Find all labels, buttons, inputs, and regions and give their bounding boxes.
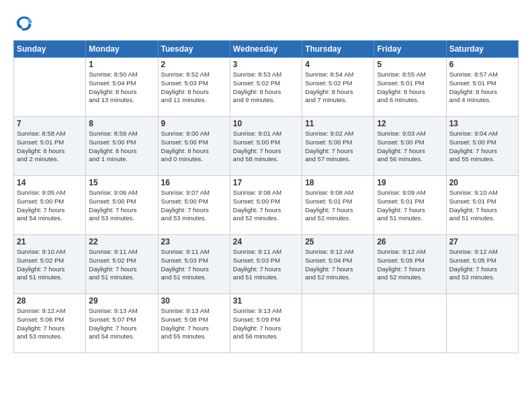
calendar-cell: 23Sunrise: 9:11 AM Sunset: 5:03 PM Dayli… xyxy=(158,235,230,294)
weekday-header-friday: Friday xyxy=(374,41,446,58)
calendar-cell: 22Sunrise: 9:11 AM Sunset: 5:02 PM Dayli… xyxy=(86,235,158,294)
header xyxy=(13,12,519,34)
day-number: 14 xyxy=(17,178,83,187)
weekday-header-row: SundayMondayTuesdayWednesdayThursdayFrid… xyxy=(14,41,519,58)
day-info: Sunrise: 9:11 AM Sunset: 5:03 PM Dayligh… xyxy=(161,248,227,282)
day-info: Sunrise: 9:13 AM Sunset: 5:07 PM Dayligh… xyxy=(89,307,154,341)
day-number: 16 xyxy=(161,178,227,187)
calendar-cell: 17Sunrise: 9:08 AM Sunset: 5:00 PM Dayli… xyxy=(230,176,302,235)
day-number: 10 xyxy=(233,119,299,128)
calendar-cell: 21Sunrise: 9:10 AM Sunset: 5:02 PM Dayli… xyxy=(14,235,86,294)
day-number: 28 xyxy=(17,296,83,306)
calendar-cell: 4Sunrise: 8:54 AM Sunset: 5:02 PM Daylig… xyxy=(302,58,374,117)
calendar-cell: 1Sunrise: 8:50 AM Sunset: 5:04 PM Daylig… xyxy=(86,58,158,117)
logo xyxy=(13,12,38,34)
day-info: Sunrise: 9:12 AM Sunset: 5:05 PM Dayligh… xyxy=(449,248,515,282)
day-number: 3 xyxy=(233,60,299,69)
calendar-cell: 16Sunrise: 9:07 AM Sunset: 5:00 PM Dayli… xyxy=(158,176,230,235)
day-number: 15 xyxy=(89,178,154,187)
day-number: 22 xyxy=(89,237,154,246)
day-info: Sunrise: 9:12 AM Sunset: 5:05 PM Dayligh… xyxy=(377,248,443,282)
weekday-header-monday: Monday xyxy=(86,41,158,58)
day-number: 27 xyxy=(449,237,515,246)
day-number: 11 xyxy=(305,119,371,128)
day-info: Sunrise: 9:02 AM Sunset: 5:00 PM Dayligh… xyxy=(305,130,371,164)
day-info: Sunrise: 8:50 AM Sunset: 5:04 PM Dayligh… xyxy=(89,71,154,105)
day-number: 9 xyxy=(161,119,227,128)
calendar-cell: 28Sunrise: 9:12 AM Sunset: 5:06 PM Dayli… xyxy=(14,294,86,353)
day-info: Sunrise: 9:05 AM Sunset: 5:00 PM Dayligh… xyxy=(17,189,83,223)
day-number: 19 xyxy=(377,178,443,187)
day-number: 8 xyxy=(89,119,154,128)
day-info: Sunrise: 9:01 AM Sunset: 5:00 PM Dayligh… xyxy=(233,130,299,164)
day-number: 1 xyxy=(89,60,154,69)
day-number: 31 xyxy=(233,296,299,306)
day-info: Sunrise: 9:09 AM Sunset: 5:01 PM Dayligh… xyxy=(377,189,443,223)
calendar-cell xyxy=(14,58,86,117)
day-number: 25 xyxy=(305,237,371,246)
day-info: Sunrise: 8:52 AM Sunset: 5:03 PM Dayligh… xyxy=(161,71,227,105)
calendar-cell: 26Sunrise: 9:12 AM Sunset: 5:05 PM Dayli… xyxy=(374,235,446,294)
calendar-cell: 20Sunrise: 9:10 AM Sunset: 5:01 PM Dayli… xyxy=(446,176,518,235)
day-info: Sunrise: 9:11 AM Sunset: 5:03 PM Dayligh… xyxy=(233,248,299,282)
day-number: 13 xyxy=(449,119,515,128)
day-info: Sunrise: 9:08 AM Sunset: 5:01 PM Dayligh… xyxy=(305,189,371,223)
calendar-cell: 11Sunrise: 9:02 AM Sunset: 5:00 PM Dayli… xyxy=(302,117,374,176)
calendar-cell xyxy=(302,294,374,353)
weekday-header-tuesday: Tuesday xyxy=(158,41,230,58)
calendar-cell: 30Sunrise: 9:13 AM Sunset: 5:08 PM Dayli… xyxy=(158,294,230,353)
weekday-header-saturday: Saturday xyxy=(446,41,518,58)
day-info: Sunrise: 8:58 AM Sunset: 5:01 PM Dayligh… xyxy=(17,130,83,164)
calendar-cell: 7Sunrise: 8:58 AM Sunset: 5:01 PM Daylig… xyxy=(14,117,86,176)
calendar-cell: 2Sunrise: 8:52 AM Sunset: 5:03 PM Daylig… xyxy=(158,58,230,117)
calendar-week-5: 28Sunrise: 9:12 AM Sunset: 5:06 PM Dayli… xyxy=(14,294,519,353)
day-info: Sunrise: 8:55 AM Sunset: 5:01 PM Dayligh… xyxy=(377,71,443,105)
day-number: 5 xyxy=(377,60,443,69)
day-number: 23 xyxy=(161,237,227,246)
calendar-cell: 25Sunrise: 9:12 AM Sunset: 5:04 PM Dayli… xyxy=(302,235,374,294)
calendar-cell xyxy=(374,294,446,353)
day-number: 30 xyxy=(161,296,227,306)
day-info: Sunrise: 9:06 AM Sunset: 5:00 PM Dayligh… xyxy=(89,189,154,223)
calendar-week-3: 14Sunrise: 9:05 AM Sunset: 5:00 PM Dayli… xyxy=(14,176,519,235)
calendar-cell: 9Sunrise: 9:00 AM Sunset: 5:00 PM Daylig… xyxy=(158,117,230,176)
day-number: 29 xyxy=(89,296,154,306)
day-info: Sunrise: 9:03 AM Sunset: 5:00 PM Dayligh… xyxy=(377,130,443,164)
day-number: 24 xyxy=(233,237,299,246)
calendar-cell: 18Sunrise: 9:08 AM Sunset: 5:01 PM Dayli… xyxy=(302,176,374,235)
calendar-cell: 5Sunrise: 8:55 AM Sunset: 5:01 PM Daylig… xyxy=(374,58,446,117)
calendar-cell: 12Sunrise: 9:03 AM Sunset: 5:00 PM Dayli… xyxy=(374,117,446,176)
day-number: 6 xyxy=(449,60,515,69)
calendar: SundayMondayTuesdayWednesdayThursdayFrid… xyxy=(13,40,519,353)
weekday-header-wednesday: Wednesday xyxy=(230,41,302,58)
day-info: Sunrise: 8:57 AM Sunset: 5:01 PM Dayligh… xyxy=(449,71,515,105)
calendar-cell: 3Sunrise: 8:53 AM Sunset: 5:02 PM Daylig… xyxy=(230,58,302,117)
day-number: 12 xyxy=(377,119,443,128)
calendar-week-2: 7Sunrise: 8:58 AM Sunset: 5:01 PM Daylig… xyxy=(14,117,519,176)
calendar-cell: 24Sunrise: 9:11 AM Sunset: 5:03 PM Dayli… xyxy=(230,235,302,294)
day-number: 7 xyxy=(17,119,83,128)
calendar-cell: 15Sunrise: 9:06 AM Sunset: 5:00 PM Dayli… xyxy=(86,176,158,235)
calendar-cell: 10Sunrise: 9:01 AM Sunset: 5:00 PM Dayli… xyxy=(230,117,302,176)
day-info: Sunrise: 9:08 AM Sunset: 5:00 PM Dayligh… xyxy=(233,189,299,223)
day-info: Sunrise: 8:53 AM Sunset: 5:02 PM Dayligh… xyxy=(233,71,299,105)
logo-icon xyxy=(13,12,35,34)
page: SundayMondayTuesdayWednesdayThursdayFrid… xyxy=(0,0,532,411)
calendar-cell xyxy=(446,294,518,353)
day-info: Sunrise: 9:11 AM Sunset: 5:02 PM Dayligh… xyxy=(89,248,154,282)
day-info: Sunrise: 9:07 AM Sunset: 5:00 PM Dayligh… xyxy=(161,189,227,223)
calendar-cell: 6Sunrise: 8:57 AM Sunset: 5:01 PM Daylig… xyxy=(446,58,518,117)
weekday-header-thursday: Thursday xyxy=(302,41,374,58)
day-info: Sunrise: 8:59 AM Sunset: 5:00 PM Dayligh… xyxy=(89,130,154,164)
day-info: Sunrise: 9:12 AM Sunset: 5:04 PM Dayligh… xyxy=(305,248,371,282)
calendar-week-4: 21Sunrise: 9:10 AM Sunset: 5:02 PM Dayli… xyxy=(14,235,519,294)
day-info: Sunrise: 9:10 AM Sunset: 5:01 PM Dayligh… xyxy=(449,189,515,223)
calendar-cell: 13Sunrise: 9:04 AM Sunset: 5:00 PM Dayli… xyxy=(446,117,518,176)
day-number: 4 xyxy=(305,60,371,69)
day-number: 26 xyxy=(377,237,443,246)
weekday-header-sunday: Sunday xyxy=(14,41,86,58)
calendar-cell: 27Sunrise: 9:12 AM Sunset: 5:05 PM Dayli… xyxy=(446,235,518,294)
calendar-cell: 19Sunrise: 9:09 AM Sunset: 5:01 PM Dayli… xyxy=(374,176,446,235)
day-number: 21 xyxy=(17,237,83,246)
calendar-week-1: 1Sunrise: 8:50 AM Sunset: 5:04 PM Daylig… xyxy=(14,58,519,117)
